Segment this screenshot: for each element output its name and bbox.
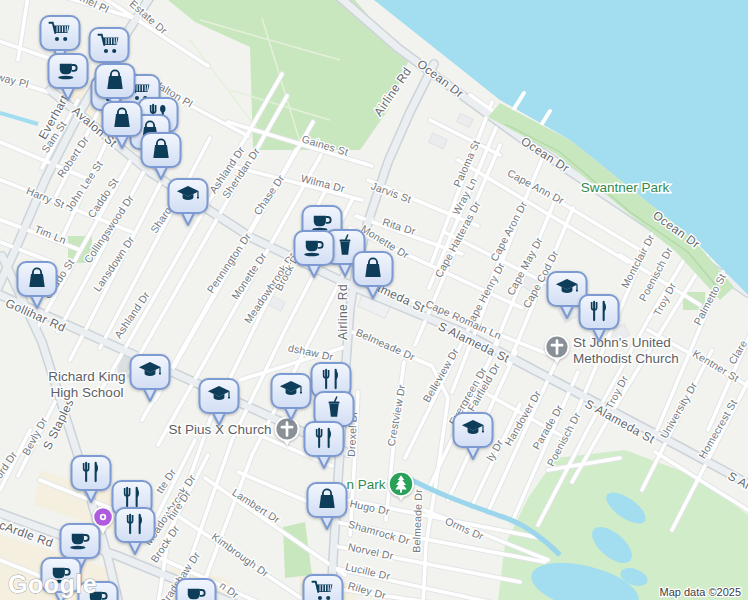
map-attribution: Map data ©2025 (660, 586, 742, 598)
shopping-cart-marker[interactable] (304, 575, 343, 600)
street-label: Airline Rd (336, 284, 350, 340)
poi-label: Swantner Park (581, 180, 670, 195)
google-logo[interactable]: Google (8, 570, 97, 598)
street-label: Belmeade Dr (410, 489, 424, 553)
poi-label: Richard King (48, 369, 125, 384)
poi-label: n Park (346, 477, 385, 492)
map-canvas[interactable]: Ocean DrOcean DrOcean DrAirline RdAirlin… (0, 0, 748, 600)
coffee-cup-marker[interactable] (177, 579, 216, 600)
poi-label: Methodist Church (573, 351, 679, 366)
poi-label: High School (51, 385, 124, 400)
poi-label: St John's United (573, 335, 671, 350)
